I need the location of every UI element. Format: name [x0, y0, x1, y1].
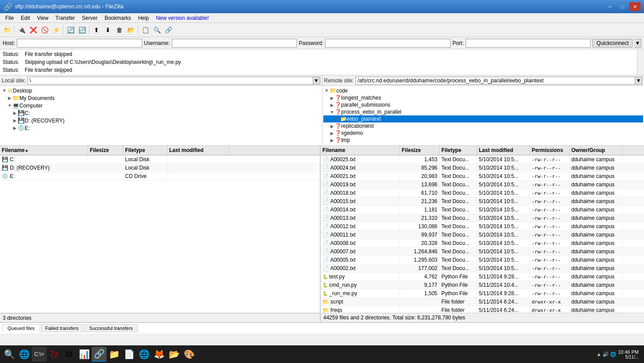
remote-file-row[interactable]: 📄 A00024.txt 85,296 Text Docu... 5/10/20…	[321, 164, 644, 172]
remote-col-owner[interactable]: Owner/Group	[570, 146, 622, 155]
local-file-row-c[interactable]: 💾 C: Local Disk	[0, 156, 320, 164]
remote-file-row[interactable]: 📄 A00011.txt 99,937 Text Docu... 5/10/20…	[321, 231, 644, 239]
taskbar-paint[interactable]: 🎨	[181, 347, 196, 362]
tb-filter[interactable]: 🔍	[152, 25, 162, 35]
remote-col-modified[interactable]: Last modified	[477, 146, 530, 155]
port-input[interactable]	[466, 39, 591, 48]
remote-file-row[interactable]: 📄 A00002.txt 177,002 Text Docu... 5/10/2…	[321, 264, 644, 273]
remote-file-row[interactable]: 📄 A00012.txt 130,086 Text Docu... 5/10/2…	[321, 222, 644, 231]
minimize-button[interactable]: ─	[604, 2, 616, 11]
tree-item-process-eebo[interactable]: ▼ ❓ process_eebo_in_parallel	[323, 108, 644, 115]
menu-server[interactable]: Server	[78, 14, 101, 22]
tree-toggle-process-eebo[interactable]: ▼	[329, 110, 335, 115]
remote-file-row[interactable]: 📄 A00018.txt 61,710 Text Docu... 5/10/20…	[321, 189, 644, 197]
status-scroll[interactable]	[637, 49, 644, 75]
remote-col-perms[interactable]: Permissions	[530, 146, 570, 155]
password-input[interactable]	[325, 39, 451, 48]
tree-toggle-longest[interactable]: ▶	[329, 96, 335, 100]
local-path-dropdown[interactable]: ▼	[313, 77, 320, 85]
tree-item-c[interactable]: ▶ 💾 C:	[1, 109, 321, 117]
tb-reconnect[interactable]: 🔌	[16, 25, 27, 35]
tree-toggle-computer[interactable]: ▼	[7, 103, 12, 108]
taskbar-folder[interactable]: 📁	[107, 347, 122, 362]
tb-upload[interactable]: ⬆	[91, 25, 102, 35]
maximize-button[interactable]: □	[617, 2, 628, 11]
remote-file-row[interactable]: 📄 A00025.txt 1,453 Text Docu... 5/10/201…	[321, 156, 644, 164]
tree-toggle-replication[interactable]: ▶	[329, 124, 335, 129]
queue-tab-queued[interactable]: Queued files	[3, 324, 40, 332]
tb-sync-browse[interactable]: 🔗	[163, 25, 174, 35]
tree-toggle-c[interactable]: ▶	[12, 111, 18, 115]
tree-item-e[interactable]: ▶ 💿 E:	[1, 124, 321, 132]
tree-toggle-tmp[interactable]: ▶	[329, 138, 335, 143]
local-col-filetype[interactable]: Filetype	[123, 146, 167, 155]
menu-edit[interactable]: Edit	[17, 14, 33, 22]
tree-item-desktop[interactable]: ▼ 🖥 Desktop	[1, 87, 321, 94]
tree-item-mydocs[interactable]: ▶ 📁 My Documents	[1, 94, 321, 102]
tree-item-sgedemo[interactable]: ▶ ❓ sgedemo	[323, 130, 644, 137]
taskbar-clock[interactable]: 10:46 PM 5/11/...	[618, 349, 639, 359]
remote-file-list[interactable]: 📄 A00025.txt 1,453 Text Docu... 5/10/201…	[321, 156, 644, 313]
tree-item-parallel-sub[interactable]: ▶ ❓ parallel_submissions	[323, 101, 644, 108]
taskbar-firefox[interactable]: 🦊	[152, 347, 167, 362]
remote-file-row[interactable]: 🐍 cmd_run.py 9,177 Python File 5/11/2014…	[321, 281, 644, 289]
tree-item-longest[interactable]: ▶ ❓ longest_matches	[323, 94, 644, 101]
local-col-filesize[interactable]: Filesize	[88, 146, 123, 155]
tree-toggle-desktop[interactable]: ▼	[2, 88, 7, 93]
tree-item-eebo-plain[interactable]: ▼ 📁 eebo_plaintext	[323, 115, 644, 122]
tb-new-site[interactable]: 📁	[2, 25, 12, 35]
tree-toggle-d[interactable]: ▶	[12, 118, 18, 123]
tree-item-replication[interactable]: ▶ ❓ replicationtest	[323, 122, 644, 130]
remote-tree[interactable]: ▼ 📁 code ▶ ❓ longest_matches ▶ ❓ paralle…	[322, 86, 644, 145]
taskbar-search[interactable]: 🔍	[2, 347, 17, 362]
taskbar-filezilla[interactable]: 🔗	[92, 347, 107, 362]
remote-col-filename[interactable]: Filename	[321, 146, 400, 155]
menu-help[interactable]: Help	[134, 14, 152, 22]
taskbar-explorer[interactable]: 📂	[167, 347, 181, 362]
taskbar-something[interactable]: 📊	[77, 347, 92, 362]
queue-tab-successful[interactable]: Successful transfers	[85, 324, 138, 332]
menu-view[interactable]: View	[33, 14, 52, 22]
tb-cancel[interactable]: 🚫	[39, 25, 50, 35]
tb-delete[interactable]: 🗑	[114, 25, 125, 35]
tb-queue-mgr[interactable]: 📋	[140, 25, 151, 35]
tb-sync[interactable]: 🔃	[77, 25, 87, 35]
remote-file-row[interactable]: 📁 freqs File folder 5/11/2014 6:24... dr…	[321, 306, 644, 313]
quickconnect-dropdown[interactable]: ▼	[634, 39, 641, 48]
remote-file-row[interactable]: 📄 A00005.txt 1,295,603 Text Docu... 5/10…	[321, 256, 644, 264]
remote-file-row[interactable]: 🐍 _run_me.py 1,505 Python File 5/11/2014…	[321, 289, 644, 298]
tb-disconnect[interactable]: ❌	[28, 25, 38, 35]
tree-item-code[interactable]: ▼ 📁 code	[323, 87, 644, 94]
local-col-modified[interactable]: Last modified	[167, 146, 229, 155]
close-button[interactable]: ✕	[629, 2, 640, 11]
taskbar-docs[interactable]: 📄	[122, 347, 137, 362]
remote-file-row[interactable]: 📄 A00015.txt 21,236 Text Docu... 5/10/20…	[321, 197, 644, 206]
remote-file-row[interactable]: 📄 A00021.txt 20,983 Text Docu... 5/10/20…	[321, 172, 644, 181]
host-input[interactable]	[17, 39, 142, 48]
menu-new-version[interactable]: New version available!	[152, 14, 212, 22]
local-file-row-e[interactable]: 💿 E: CD Drive	[0, 172, 320, 181]
menu-file[interactable]: File	[2, 14, 17, 22]
remote-file-row[interactable]: 📄 A00007.txt 1,264,846 Text Docu... 5/10…	[321, 248, 644, 256]
taskbar-control[interactable]: ⚙	[62, 347, 77, 362]
menu-bookmarks[interactable]: Bookmarks	[101, 14, 134, 22]
taskbar-ie[interactable]: 🌐	[17, 347, 32, 362]
tb-download[interactable]: ⬇	[103, 25, 113, 35]
quickconnect-button[interactable]: Quickconnect	[592, 39, 633, 48]
tree-toggle-sgedemo[interactable]: ▶	[329, 131, 335, 136]
local-file-row-d[interactable]: 💾 D: (RECOVERY) Local Disk	[0, 164, 320, 172]
tree-item-computer[interactable]: ▼ 💻 Computer	[1, 102, 321, 109]
tree-toggle-e[interactable]: ▶	[12, 126, 18, 130]
remote-path-dropdown[interactable]: ▼	[635, 77, 642, 85]
taskbar-cmd[interactable]: C:\>	[32, 347, 47, 362]
tree-item-d[interactable]: ▶ 💾 D: (RECOVERY)	[1, 117, 321, 124]
tree-toggle-mydocs[interactable]: ▶	[7, 96, 12, 100]
taskbar-chrome[interactable]: 🌐	[137, 347, 152, 362]
tree-toggle-eebo-plain[interactable]: ▼	[335, 117, 340, 122]
menu-transfer[interactable]: Transfer	[52, 14, 78, 22]
remote-file-row[interactable]: 📄 A00013.txt 21,310 Text Docu... 5/10/20…	[321, 214, 644, 222]
username-input[interactable]	[172, 39, 297, 48]
remote-path-input[interactable]	[355, 77, 635, 85]
remote-col-filesize[interactable]: Filesize	[400, 146, 440, 155]
local-file-list[interactable]: 💾 C: Local Disk 💾 D: (RECOVERY) Local Di…	[0, 156, 320, 313]
